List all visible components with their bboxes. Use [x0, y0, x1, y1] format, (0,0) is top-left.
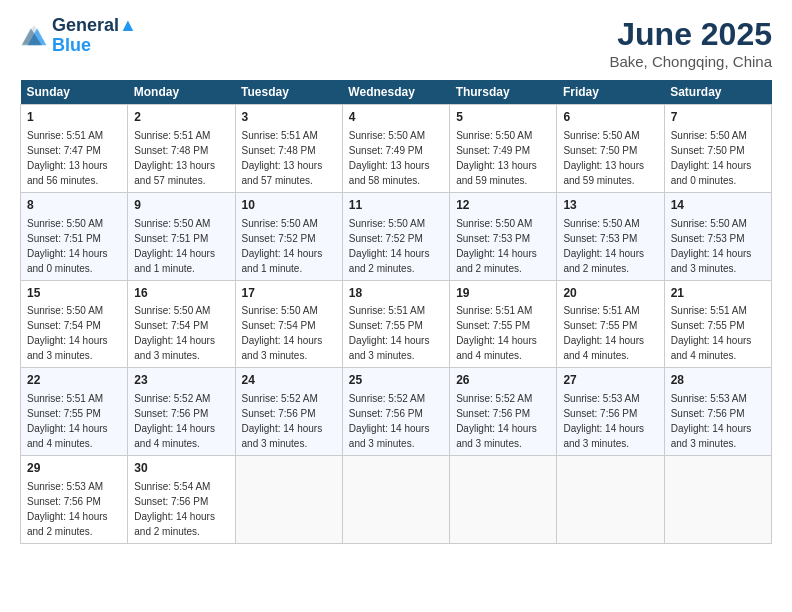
day-of-week-header: Wednesday: [342, 80, 449, 105]
day-of-week-header: Sunday: [21, 80, 128, 105]
day-info: Sunrise: 5:51 AMSunset: 7:55 PMDaylight:…: [27, 391, 121, 451]
calendar-day-cell: 25Sunrise: 5:52 AMSunset: 7:56 PMDayligh…: [342, 368, 449, 456]
day-number: 29: [27, 460, 121, 477]
calendar-day-cell: 18Sunrise: 5:51 AMSunset: 7:55 PMDayligh…: [342, 280, 449, 368]
day-number: 12: [456, 197, 550, 214]
calendar-day-cell: [342, 456, 449, 544]
day-number: 19: [456, 285, 550, 302]
day-info: Sunrise: 5:51 AMSunset: 7:48 PMDaylight:…: [134, 128, 228, 188]
day-info: Sunrise: 5:50 AMSunset: 7:54 PMDaylight:…: [27, 303, 121, 363]
day-number: 23: [134, 372, 228, 389]
day-number: 16: [134, 285, 228, 302]
day-number: 14: [671, 197, 765, 214]
calendar-day-cell: 28Sunrise: 5:53 AMSunset: 7:56 PMDayligh…: [664, 368, 771, 456]
calendar-day-cell: 24Sunrise: 5:52 AMSunset: 7:56 PMDayligh…: [235, 368, 342, 456]
day-info: Sunrise: 5:51 AMSunset: 7:48 PMDaylight:…: [242, 128, 336, 188]
day-info: Sunrise: 5:50 AMSunset: 7:49 PMDaylight:…: [349, 128, 443, 188]
day-info: Sunrise: 5:50 AMSunset: 7:50 PMDaylight:…: [563, 128, 657, 188]
calendar-day-cell: 21Sunrise: 5:51 AMSunset: 7:55 PMDayligh…: [664, 280, 771, 368]
logo-text: General▲ Blue: [52, 16, 137, 56]
day-info: Sunrise: 5:51 AMSunset: 7:47 PMDaylight:…: [27, 128, 121, 188]
page-title: June 2025: [609, 16, 772, 53]
calendar-day-cell: 16Sunrise: 5:50 AMSunset: 7:54 PMDayligh…: [128, 280, 235, 368]
day-info: Sunrise: 5:53 AMSunset: 7:56 PMDaylight:…: [563, 391, 657, 451]
day-info: Sunrise: 5:50 AMSunset: 7:53 PMDaylight:…: [456, 216, 550, 276]
day-number: 1: [27, 109, 121, 126]
calendar-day-cell: 12Sunrise: 5:50 AMSunset: 7:53 PMDayligh…: [450, 192, 557, 280]
calendar-day-cell: 4Sunrise: 5:50 AMSunset: 7:49 PMDaylight…: [342, 105, 449, 193]
calendar-table: SundayMondayTuesdayWednesdayThursdayFrid…: [20, 80, 772, 544]
calendar-day-cell: 17Sunrise: 5:50 AMSunset: 7:54 PMDayligh…: [235, 280, 342, 368]
day-number: 24: [242, 372, 336, 389]
day-of-week-header: Thursday: [450, 80, 557, 105]
day-number: 17: [242, 285, 336, 302]
calendar-day-cell: 26Sunrise: 5:52 AMSunset: 7:56 PMDayligh…: [450, 368, 557, 456]
day-info: Sunrise: 5:50 AMSunset: 7:53 PMDaylight:…: [671, 216, 765, 276]
calendar-day-cell: [557, 456, 664, 544]
calendar-day-cell: 19Sunrise: 5:51 AMSunset: 7:55 PMDayligh…: [450, 280, 557, 368]
day-info: Sunrise: 5:50 AMSunset: 7:53 PMDaylight:…: [563, 216, 657, 276]
calendar-day-cell: 2Sunrise: 5:51 AMSunset: 7:48 PMDaylight…: [128, 105, 235, 193]
day-number: 27: [563, 372, 657, 389]
page-subtitle: Bake, Chongqing, China: [609, 53, 772, 70]
day-number: 8: [27, 197, 121, 214]
day-number: 13: [563, 197, 657, 214]
day-info: Sunrise: 5:51 AMSunset: 7:55 PMDaylight:…: [349, 303, 443, 363]
day-of-week-header: Friday: [557, 80, 664, 105]
day-number: 11: [349, 197, 443, 214]
calendar-day-cell: [450, 456, 557, 544]
calendar-day-cell: 9Sunrise: 5:50 AMSunset: 7:51 PMDaylight…: [128, 192, 235, 280]
day-number: 22: [27, 372, 121, 389]
day-info: Sunrise: 5:51 AMSunset: 7:55 PMDaylight:…: [563, 303, 657, 363]
title-block: June 2025 Bake, Chongqing, China: [609, 16, 772, 70]
calendar-day-cell: 7Sunrise: 5:50 AMSunset: 7:50 PMDaylight…: [664, 105, 771, 193]
calendar-header-row: SundayMondayTuesdayWednesdayThursdayFrid…: [21, 80, 772, 105]
day-number: 15: [27, 285, 121, 302]
day-info: Sunrise: 5:50 AMSunset: 7:52 PMDaylight:…: [349, 216, 443, 276]
day-info: Sunrise: 5:50 AMSunset: 7:52 PMDaylight:…: [242, 216, 336, 276]
calendar-day-cell: 20Sunrise: 5:51 AMSunset: 7:55 PMDayligh…: [557, 280, 664, 368]
calendar-week-row: 29Sunrise: 5:53 AMSunset: 7:56 PMDayligh…: [21, 456, 772, 544]
day-info: Sunrise: 5:52 AMSunset: 7:56 PMDaylight:…: [134, 391, 228, 451]
day-info: Sunrise: 5:51 AMSunset: 7:55 PMDaylight:…: [671, 303, 765, 363]
day-of-week-header: Tuesday: [235, 80, 342, 105]
day-info: Sunrise: 5:50 AMSunset: 7:51 PMDaylight:…: [27, 216, 121, 276]
day-number: 3: [242, 109, 336, 126]
day-info: Sunrise: 5:51 AMSunset: 7:55 PMDaylight:…: [456, 303, 550, 363]
day-number: 20: [563, 285, 657, 302]
calendar-day-cell: 29Sunrise: 5:53 AMSunset: 7:56 PMDayligh…: [21, 456, 128, 544]
calendar-day-cell: 14Sunrise: 5:50 AMSunset: 7:53 PMDayligh…: [664, 192, 771, 280]
logo: General▲ Blue: [20, 16, 137, 56]
day-number: 25: [349, 372, 443, 389]
calendar-day-cell: 11Sunrise: 5:50 AMSunset: 7:52 PMDayligh…: [342, 192, 449, 280]
day-info: Sunrise: 5:53 AMSunset: 7:56 PMDaylight:…: [27, 479, 121, 539]
calendar-day-cell: 13Sunrise: 5:50 AMSunset: 7:53 PMDayligh…: [557, 192, 664, 280]
day-info: Sunrise: 5:54 AMSunset: 7:56 PMDaylight:…: [134, 479, 228, 539]
calendar-day-cell: 10Sunrise: 5:50 AMSunset: 7:52 PMDayligh…: [235, 192, 342, 280]
calendar-day-cell: 1Sunrise: 5:51 AMSunset: 7:47 PMDaylight…: [21, 105, 128, 193]
day-info: Sunrise: 5:50 AMSunset: 7:51 PMDaylight:…: [134, 216, 228, 276]
day-number: 9: [134, 197, 228, 214]
day-number: 21: [671, 285, 765, 302]
day-info: Sunrise: 5:52 AMSunset: 7:56 PMDaylight:…: [242, 391, 336, 451]
calendar-day-cell: [235, 456, 342, 544]
calendar-day-cell: 27Sunrise: 5:53 AMSunset: 7:56 PMDayligh…: [557, 368, 664, 456]
day-info: Sunrise: 5:52 AMSunset: 7:56 PMDaylight:…: [456, 391, 550, 451]
calendar-week-row: 1Sunrise: 5:51 AMSunset: 7:47 PMDaylight…: [21, 105, 772, 193]
day-info: Sunrise: 5:52 AMSunset: 7:56 PMDaylight:…: [349, 391, 443, 451]
day-number: 4: [349, 109, 443, 126]
calendar-week-row: 8Sunrise: 5:50 AMSunset: 7:51 PMDaylight…: [21, 192, 772, 280]
day-number: 6: [563, 109, 657, 126]
day-number: 26: [456, 372, 550, 389]
day-info: Sunrise: 5:50 AMSunset: 7:50 PMDaylight:…: [671, 128, 765, 188]
calendar-day-cell: [664, 456, 771, 544]
day-number: 10: [242, 197, 336, 214]
day-of-week-header: Monday: [128, 80, 235, 105]
logo-icon: [20, 22, 48, 50]
calendar-day-cell: 6Sunrise: 5:50 AMSunset: 7:50 PMDaylight…: [557, 105, 664, 193]
day-info: Sunrise: 5:50 AMSunset: 7:54 PMDaylight:…: [242, 303, 336, 363]
calendar-day-cell: 15Sunrise: 5:50 AMSunset: 7:54 PMDayligh…: [21, 280, 128, 368]
day-number: 7: [671, 109, 765, 126]
calendar-week-row: 15Sunrise: 5:50 AMSunset: 7:54 PMDayligh…: [21, 280, 772, 368]
day-number: 18: [349, 285, 443, 302]
